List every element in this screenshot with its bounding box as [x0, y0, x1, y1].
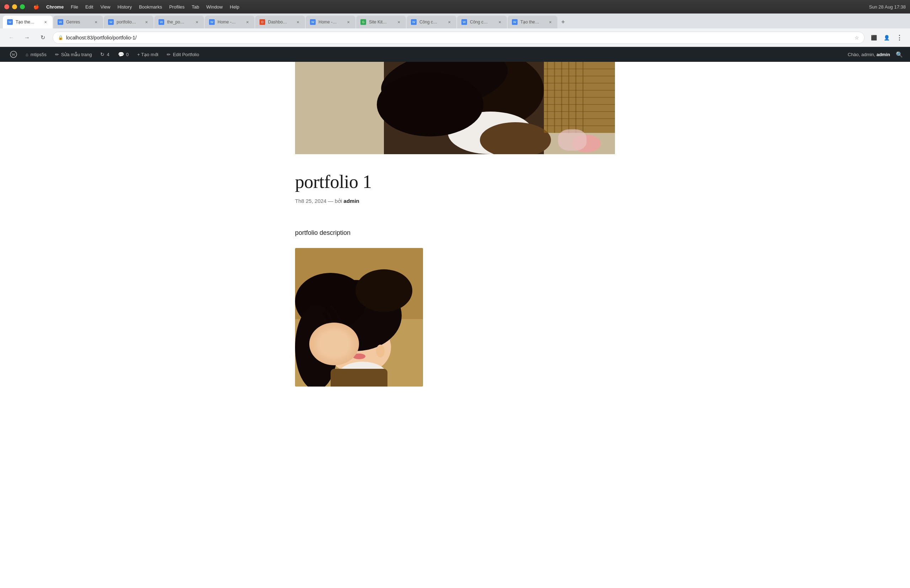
hero-container	[295, 62, 615, 154]
titlebar: 🍎 Chrome File Edit View History Bookmark…	[0, 0, 910, 13]
menu-history[interactable]: History	[117, 4, 131, 10]
menu-bookmarks[interactable]: Bookmarks	[139, 4, 162, 10]
reload-button[interactable]: ↻	[37, 32, 49, 44]
svg-text:W: W	[12, 52, 16, 57]
tab-favicon-11: W	[512, 19, 518, 25]
tab-label-10: Công c…	[470, 19, 488, 24]
tab-9[interactable]: W Công c… ✕	[406, 16, 457, 28]
os-time: Sun 28 Aug 17:38	[869, 4, 906, 10]
edit-portfolio-item[interactable]: ✏ Edit Portfolio	[162, 47, 203, 62]
comments-icon: 💬	[118, 52, 124, 57]
tab-11[interactable]: W Tạo the… ✕	[508, 16, 557, 28]
titlebar-right: Sun 28 Aug 17:38	[869, 4, 906, 10]
svg-point-41	[376, 345, 385, 357]
svg-point-10	[572, 135, 601, 152]
titlebar-menu: 🍎 Chrome File Edit View History Bookmark…	[33, 4, 239, 10]
tab-close-4[interactable]: ✕	[194, 19, 200, 25]
tab-close-8[interactable]: ✕	[396, 19, 402, 25]
site-name-icon: ⌂	[26, 52, 28, 57]
menu-tab[interactable]: Tab	[192, 4, 199, 10]
wp-logo-item[interactable]: W	[6, 47, 21, 62]
new-item[interactable]: + Tạo mới	[133, 47, 162, 62]
menu-chrome[interactable]: Chrome	[46, 4, 64, 10]
tab-favicon-5: W	[209, 19, 215, 25]
post-image-svg	[295, 248, 423, 386]
menu-file[interactable]: File	[71, 4, 78, 10]
svg-point-8	[377, 73, 483, 136]
wp-adminbar: W ⌂ mtips5s ✏ Sửa mẫu trang ↻ 4 💬 0 + Tạ…	[0, 47, 910, 62]
updates-item[interactable]: ↻ 4	[96, 47, 113, 62]
back-button[interactable]: ←	[6, 32, 17, 44]
maximize-button[interactable]	[20, 4, 25, 9]
customize-label: Sửa mẫu trang	[61, 52, 92, 57]
tab-6[interactable]: D Dashbo… ✕	[255, 16, 305, 28]
tab-10[interactable]: W Công c… ✕	[457, 16, 507, 28]
tab-5[interactable]: W Home -… ✕	[205, 16, 254, 28]
svg-point-37	[355, 269, 412, 312]
menu-profiles[interactable]: Profiles	[169, 4, 185, 10]
post-content: portfolio 1 Th8 25, 2024 — bởi admin por…	[242, 171, 668, 415]
tab-favicon-9: W	[411, 19, 417, 25]
search-adminbar-icon[interactable]: 🔍	[894, 49, 904, 59]
tab-3[interactable]: W portfolio… ✕	[104, 16, 154, 28]
tab-label-5: Home -…	[217, 19, 236, 24]
hero-image	[295, 62, 615, 154]
tab-2[interactable]: W Genres ✕	[53, 16, 103, 28]
greeting-text: Chào, admin, admin	[844, 52, 894, 57]
tab-label-11: Tạo the…	[520, 19, 539, 24]
menu-help[interactable]: Help	[230, 4, 240, 10]
lock-icon: 🔒	[58, 35, 63, 40]
forward-button[interactable]: →	[21, 32, 33, 44]
tab-favicon-4: W	[159, 19, 164, 25]
tab-7[interactable]: W Home -… ✕	[306, 16, 355, 28]
tab-close-7[interactable]: ✕	[345, 19, 351, 25]
svg-rect-40	[330, 369, 387, 386]
updates-icon: ↻	[100, 52, 105, 57]
tab-close-5[interactable]: ✕	[245, 19, 250, 25]
tab-favicon-1: W	[7, 19, 13, 25]
menu-icon[interactable]: ⋮	[894, 33, 904, 43]
edit-icon: ✏	[167, 52, 171, 57]
post-date: Th8 25, 2024	[295, 198, 326, 204]
tab-favicon-10: W	[461, 19, 467, 25]
post-author[interactable]: admin	[344, 198, 359, 204]
extensions-icon[interactable]: ⬛	[869, 33, 879, 43]
tab-close-1[interactable]: ✕	[43, 19, 49, 25]
tab-close-9[interactable]: ✕	[447, 19, 452, 25]
tab-close-6[interactable]: ✕	[295, 19, 301, 25]
menu-edit[interactable]: Edit	[85, 4, 93, 10]
post-description: portfolio description	[295, 229, 615, 237]
traffic-lights	[4, 4, 25, 9]
menu-apple[interactable]: 🍎	[33, 4, 39, 10]
tab-8[interactable]: G Site Kit… ✕	[356, 16, 406, 28]
tab-label-4: the_po…	[167, 19, 185, 24]
new-tab-button[interactable]: +	[558, 17, 568, 27]
post-inner: portfolio 1 Th8 25, 2024 — bởi admin por…	[295, 171, 615, 386]
close-button[interactable]	[4, 4, 9, 9]
profile-icon[interactable]: 👤	[882, 33, 892, 43]
tab-close-10[interactable]: ✕	[497, 19, 503, 25]
menu-window[interactable]: Window	[206, 4, 222, 10]
address-box[interactable]: 🔒 localhost:83/portfolio/portfolio-1/ ☆	[53, 32, 865, 44]
tab-label-9: Công c…	[419, 19, 437, 24]
tab-close-2[interactable]: ✕	[93, 19, 99, 25]
star-icon[interactable]: ☆	[855, 35, 859, 40]
adminbar-right: Chào, admin, admin 🔍	[844, 49, 904, 59]
site-name-item[interactable]: ⌂ mtips5s	[21, 47, 51, 62]
post-image	[295, 248, 423, 386]
greeting-static: Chào, admin	[848, 52, 874, 57]
tab-active[interactable]: W Tạo the… ✕	[3, 16, 53, 28]
tab-favicon-8: G	[360, 19, 366, 25]
menu-view[interactable]: View	[100, 4, 110, 10]
customize-item[interactable]: ✏ Sửa mẫu trang	[51, 47, 96, 62]
tab-close-3[interactable]: ✕	[144, 19, 149, 25]
tab-favicon-7: W	[310, 19, 316, 25]
tab-4[interactable]: W the_po… ✕	[154, 16, 204, 28]
tab-label-8: Site Kit…	[369, 19, 387, 24]
comments-count: 0	[126, 52, 129, 57]
tabbar: W Tạo the… ✕ W Genres ✕ W portfolio… ✕ W…	[0, 13, 910, 28]
svg-point-34	[353, 354, 366, 359]
tab-close-11[interactable]: ✕	[547, 19, 553, 25]
comments-item[interactable]: 💬 0	[114, 47, 133, 62]
minimize-button[interactable]	[12, 4, 17, 9]
